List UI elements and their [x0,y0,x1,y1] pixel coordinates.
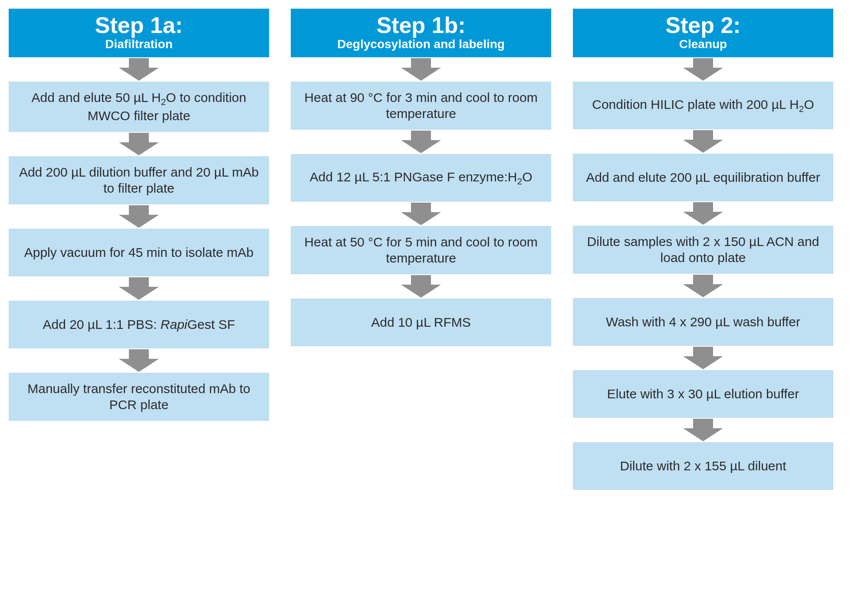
step-text: Dilute samples with 2 x 150 µL ACN and l… [582,233,825,266]
step-box: Dilute with 2 x 155 µL diluent [573,442,833,490]
arrow-icon [683,275,723,297]
header-sub-1b: Deglycosylation and labeling [291,38,551,51]
arrow-icon [683,130,723,153]
header-sub-1a: Diafiltration [9,38,269,51]
column-step-2: Step 2: Cleanup Condition HILIC plate wi… [573,9,833,490]
arrow-icon [683,347,723,369]
step-text: Add 20 µL 1:1 PBS: RapiGest SF [43,316,235,333]
step-text: Elute with 3 x 30 µL elution buffer [607,386,799,402]
step-box: Add 10 µL RFMS [291,299,551,346]
arrow-icon [119,133,159,155]
step-text: Apply vacuum for 45 min to isolate mAb [24,244,254,261]
step-box: Wash with 4 x 290 µL wash buffer [573,298,833,346]
step-box: Add 12 µL 5:1 PNGase F enzyme:H2O [291,154,551,202]
header-title-2: Step 2: [573,13,833,38]
step-text: Condition HILIC plate with 200 µL H2O [592,96,814,115]
step-text: Dilute with 2 x 155 µL diluent [620,458,786,474]
header-title-1b: Step 1b: [291,13,551,38]
arrow-icon [401,58,441,81]
arrow-icon [119,349,159,372]
step-box: Add and elute 50 µL H2O to condition MWC… [9,82,269,132]
header-box-1b: Step 1b: Deglycosylation and labeling [291,9,551,57]
step-text: Add 10 µL RFMS [371,314,471,331]
flowchart-container: Step 1a: Diafiltration Add and elute 50 … [9,9,859,490]
step-box: Add and elute 200 µL equilibration buffe… [573,154,833,201]
step-text: Heat at 50 °C for 5 min and cool to room… [299,234,542,266]
arrow-icon [119,58,159,81]
column-step-1b: Step 1b: Deglycosylation and labeling He… [291,9,551,346]
step-box: Add 200 µL dilution buffer and 20 µL mAb… [9,156,269,204]
column-step-1a: Step 1a: Diafiltration Add and elute 50 … [9,9,269,421]
arrow-icon [683,419,723,441]
step-box: Add 20 µL 1:1 PBS: RapiGest SF [9,301,269,348]
arrow-icon [401,203,441,225]
step-box: Elute with 3 x 30 µL elution buffer [573,370,833,418]
step-text: Add 12 µL 5:1 PNGase F enzyme:H2O [309,169,532,187]
step-text: Wash with 4 x 290 µL wash buffer [606,314,800,330]
step-text: Heat at 90 °C for 3 min and cool to room… [299,89,542,122]
step-box: Manually transfer reconstituted mAb to P… [9,373,269,421]
step-box: Condition HILIC plate with 200 µL H2O [573,82,833,129]
header-box-2: Step 2: Cleanup [573,9,833,57]
step-text: Manually transfer reconstituted mAb to P… [17,381,260,413]
step-box: Heat at 90 °C for 3 min and cool to room… [291,82,551,130]
step-text: Add 200 µL dilution buffer and 20 µL mAb… [17,164,260,197]
step-text: Add and elute 50 µL H2O to condition MWC… [17,89,260,124]
header-box-1a: Step 1a: Diafiltration [9,9,269,57]
step-box: Apply vacuum for 45 min to isolate mAb [9,229,269,276]
step-box: Dilute samples with 2 x 150 µL ACN and l… [573,226,833,274]
step-box: Heat at 50 °C for 5 min and cool to room… [291,226,551,274]
arrow-icon [119,205,159,228]
header-sub-2: Cleanup [573,38,833,51]
arrow-icon [683,202,723,225]
arrow-icon [401,275,441,298]
step-text: Add and elute 200 µL equilibration buffe… [586,169,820,186]
arrow-icon [119,277,159,300]
arrow-icon [401,131,441,153]
arrow-icon [683,58,723,81]
header-title-1a: Step 1a: [9,13,269,38]
